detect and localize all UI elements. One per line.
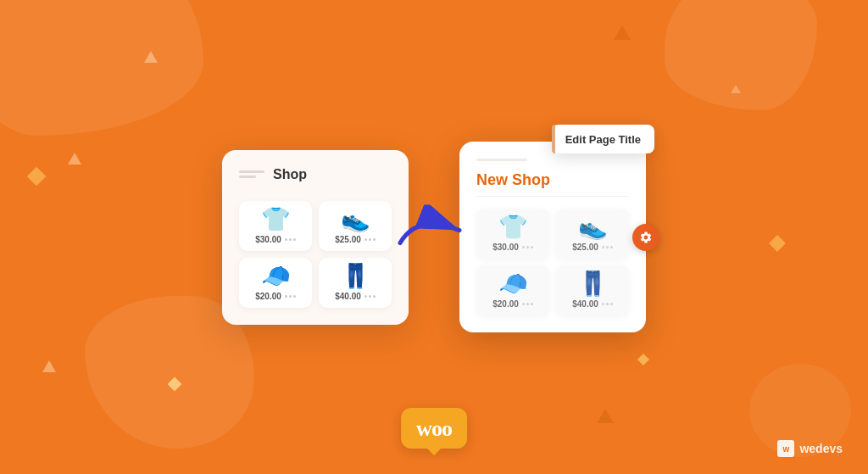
dot [369, 238, 371, 241]
dot [531, 303, 533, 305]
right-product-price-1: $30.00 [492, 243, 519, 252]
left-shop-title: Shop [273, 167, 307, 182]
wedevs-logo: w wedevs [777, 440, 843, 457]
right-price-dots-3 [522, 303, 533, 305]
right-product-icon-hat: 🧢 [498, 272, 528, 296]
woo-text: woo [416, 415, 452, 442]
dot [522, 246, 525, 248]
dot [602, 303, 604, 305]
right-price-row-1: $30.00 [492, 243, 533, 252]
price-dots-2 [364, 238, 376, 241]
right-price-row-4: $40.00 [572, 299, 613, 309]
right-product-price-3: $20.00 [492, 299, 519, 309]
dot [364, 295, 367, 298]
price-dots-3 [285, 295, 296, 298]
cards-area: Shop 👕 $30.00 👟 [222, 142, 646, 332]
dot [531, 246, 533, 248]
dot [606, 246, 609, 248]
dot [606, 303, 609, 305]
right-card-top-line [476, 159, 527, 161]
product-cell-2: 👟 $25.00 [319, 201, 392, 251]
tooltip-indicator [552, 125, 555, 153]
dot [373, 238, 376, 241]
header-decoration-lines [239, 170, 264, 178]
product-icon-shirt: 👕 [261, 208, 291, 231]
dot [285, 295, 287, 298]
dot [293, 295, 296, 298]
right-products-grid: 👕 $30.00 👟 $25.0 [476, 209, 629, 315]
right-product-icon-shirt: 👕 [498, 215, 528, 239]
right-price-row-3: $20.00 [492, 299, 533, 309]
left-products-grid: 👕 $30.00 👟 $25.00 [239, 201, 392, 308]
right-product-cell-2: 👟 $25.00 [556, 209, 629, 259]
product-price-4: $40.00 [335, 292, 361, 301]
wedevs-text: wedevs [799, 442, 843, 455]
product-price-1: $30.00 [255, 235, 281, 244]
left-card-header: Shop [239, 167, 392, 189]
gear-icon [639, 231, 653, 244]
header-line-1 [239, 170, 264, 173]
dot [526, 303, 529, 305]
left-shop-card: Shop 👕 $30.00 👟 [222, 150, 409, 325]
product-icon-hat: 🧢 [261, 265, 291, 288]
right-card-wrapper: Edit Page Title New Shop 👕 $30.00 [459, 142, 646, 332]
right-product-icon-shoe: 👟 [578, 215, 608, 239]
main-content: Shop 👕 $30.00 👟 [0, 0, 868, 474]
right-price-row-2: $25.00 [572, 243, 613, 252]
dot [289, 238, 292, 241]
right-product-price-2: $25.00 [572, 243, 598, 252]
right-product-icon-pants: 👖 [578, 272, 608, 296]
dot [293, 238, 296, 241]
right-price-dots-4 [602, 303, 613, 305]
product-price-2: $25.00 [335, 235, 361, 244]
price-row-2: $25.00 [335, 235, 376, 244]
dot [373, 295, 376, 298]
right-price-dots-2 [602, 246, 613, 248]
product-cell-1: 👕 $30.00 [239, 201, 312, 251]
right-product-price-4: $40.00 [572, 299, 598, 309]
product-cell-3: 🧢 $20.00 [239, 258, 312, 308]
right-shop-title: New Shop [476, 171, 629, 197]
right-shop-card: New Shop 👕 $30.00 [459, 142, 646, 332]
woo-logo-container: woo [401, 408, 467, 449]
price-row-4: $40.00 [335, 292, 376, 301]
product-icon-shoe: 👟 [341, 208, 370, 231]
dot [289, 295, 292, 298]
price-dots-1 [285, 238, 296, 241]
right-product-cell-1: 👕 $30.00 [476, 209, 549, 259]
right-product-cell-3: 🧢 $20.00 [476, 265, 549, 315]
product-cell-4: 👖 $40.00 [319, 258, 392, 308]
price-dots-4 [364, 295, 376, 298]
product-icon-pants: 👖 [341, 265, 370, 288]
edit-page-title-tooltip: Edit Page Title [552, 125, 654, 153]
woo-bubble: woo [401, 408, 467, 449]
gear-icon-button[interactable] [632, 224, 659, 251]
price-row-1: $30.00 [255, 235, 296, 244]
dot [369, 295, 371, 298]
dot [602, 246, 604, 248]
product-price-3: $20.00 [255, 292, 281, 301]
price-row-3: $20.00 [255, 292, 296, 301]
dot [285, 238, 287, 241]
wedevs-icon: w [777, 440, 794, 457]
header-line-2 [239, 176, 256, 178]
right-price-dots-1 [522, 246, 533, 248]
dot [610, 246, 613, 248]
dot [364, 238, 367, 241]
dot [526, 246, 529, 248]
tooltip-label: Edit Page Title [565, 133, 641, 146]
dot [522, 303, 525, 305]
dot [610, 303, 613, 305]
right-product-cell-4: 👖 $40.00 [556, 265, 629, 315]
